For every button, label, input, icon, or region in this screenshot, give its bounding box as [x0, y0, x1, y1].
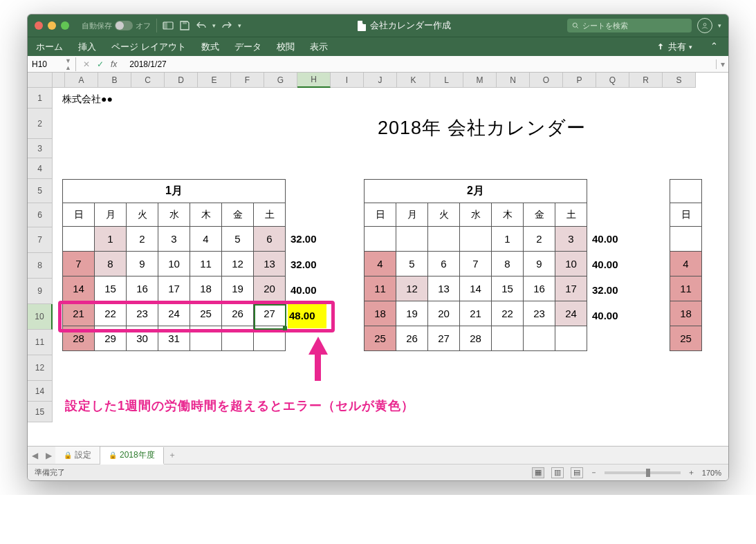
calendar-cell[interactable]: 23: [524, 301, 555, 326]
tab-formulas[interactable]: 数式: [201, 41, 219, 53]
calendar-cell[interactable]: 10: [158, 252, 190, 276]
ribbon-collapse-icon[interactable]: ⌃: [708, 41, 720, 53]
col-header[interactable]: E: [198, 73, 231, 88]
calendar-cell[interactable]: 3: [555, 227, 587, 252]
row-header[interactable]: 15: [28, 402, 53, 422]
calendar-cell[interactable]: 20: [254, 276, 286, 301]
formula-input[interactable]: 2018/1/27: [124, 59, 172, 69]
col-header[interactable]: R: [629, 73, 663, 88]
tab-nav-next[interactable]: ▶: [42, 451, 55, 460]
calendar-cell[interactable]: 16: [127, 276, 158, 301]
tab-view[interactable]: 表示: [310, 41, 328, 53]
calendar-cell[interactable]: 8: [95, 252, 127, 276]
undo-icon[interactable]: [196, 20, 207, 31]
calendar-cell[interactable]: 21: [460, 301, 492, 326]
col-header[interactable]: H: [297, 73, 331, 88]
calendar-cell[interactable]: 18: [670, 301, 702, 326]
calendar-cell[interactable]: 25: [365, 326, 396, 351]
col-header[interactable]: A: [65, 73, 98, 88]
save-icon[interactable]: [179, 20, 190, 31]
view-break-icon[interactable]: ▤: [571, 467, 583, 478]
calendar-cell[interactable]: 11: [670, 276, 702, 301]
calendar-cell[interactable]: 18: [190, 276, 222, 301]
tab-page-layout[interactable]: ページ レイアウト: [111, 41, 186, 53]
tab-nav-prev[interactable]: ◀: [28, 451, 42, 460]
row-header[interactable]: 8: [28, 253, 53, 279]
calendar-cell[interactable]: 13: [428, 276, 460, 301]
autosave-toggle[interactable]: 自動保存 オフ: [82, 21, 151, 31]
row-header[interactable]: 6: [28, 203, 53, 227]
calendar-cell[interactable]: 2: [127, 227, 158, 252]
calendar-cell[interactable]: 5: [222, 227, 254, 252]
cancel-icon[interactable]: ✕: [83, 59, 90, 69]
calendar-cell[interactable]: 1: [492, 227, 524, 252]
row-header[interactable]: 3: [28, 139, 53, 158]
sheet-tab-2018[interactable]: 🔒2018年度: [100, 447, 164, 465]
tab-insert[interactable]: 挿入: [78, 41, 96, 53]
worksheet[interactable]: ABCDEFGHIJKLMNOPQRS 1234567891011121415 …: [28, 73, 728, 446]
col-header[interactable]: B: [98, 73, 131, 88]
calendar-cell[interactable]: 3: [158, 227, 190, 252]
calendar-cell[interactable]: 27: [428, 326, 460, 351]
calendar-cell[interactable]: 20: [428, 301, 460, 326]
chevron-down-icon[interactable]: ▼▲: [65, 57, 71, 71]
search-input[interactable]: シートを検索: [567, 19, 692, 32]
calendar-cell[interactable]: 6: [254, 227, 286, 252]
calendar-cell[interactable]: 16: [524, 276, 555, 301]
workbook-icon[interactable]: [163, 20, 174, 31]
calendar-cell[interactable]: 22: [492, 301, 524, 326]
row-header[interactable]: 1: [28, 88, 53, 109]
calendar-cell[interactable]: 14: [460, 276, 492, 301]
calendar-cell[interactable]: 9: [524, 252, 555, 276]
calendar-cell[interactable]: 11: [190, 252, 222, 276]
tab-data[interactable]: データ: [234, 41, 261, 53]
col-header[interactable]: G: [264, 73, 297, 88]
col-header[interactable]: Q: [596, 73, 629, 88]
view-normal-icon[interactable]: ▦: [532, 467, 544, 478]
calendar-cell[interactable]: 19: [396, 301, 428, 326]
row-header[interactable]: 10: [28, 304, 53, 330]
calendar-cell[interactable]: 17: [158, 276, 190, 301]
close-icon[interactable]: [35, 21, 43, 30]
calendar-cell[interactable]: 10: [555, 252, 587, 276]
col-header[interactable]: S: [663, 73, 696, 88]
calendar-cell[interactable]: 15: [95, 276, 127, 301]
fx-icon[interactable]: fx: [111, 59, 117, 69]
tab-home[interactable]: ホーム: [36, 41, 63, 53]
calendar-cell[interactable]: 7: [63, 252, 95, 276]
cells-area[interactable]: 株式会社●● 2018年 会社カレンダー 1月日月火水木金土1234567891…: [53, 88, 728, 446]
col-header[interactable]: I: [331, 73, 364, 88]
redo-icon[interactable]: [221, 20, 232, 31]
calendar-cell[interactable]: [524, 326, 555, 351]
calendar-cell[interactable]: 4: [670, 252, 702, 276]
calendar-cell[interactable]: 8: [492, 252, 524, 276]
calendar-cell[interactable]: 5: [396, 252, 428, 276]
calendar-cell[interactable]: [492, 326, 524, 351]
calendar-cell[interactable]: [63, 227, 95, 252]
col-header[interactable]: L: [430, 73, 463, 88]
row-header[interactable]: 12: [28, 355, 53, 381]
col-header[interactable]: O: [530, 73, 563, 88]
zoom-slider[interactable]: [605, 471, 681, 474]
calendar-cell[interactable]: [428, 227, 460, 252]
col-header[interactable]: D: [165, 73, 198, 88]
row-header[interactable]: 4: [28, 158, 53, 179]
calendar-cell[interactable]: 17: [555, 276, 587, 301]
calendar-cell[interactable]: 28: [460, 326, 492, 351]
calendar-cell[interactable]: 2: [524, 227, 555, 252]
toggle-icon[interactable]: [115, 21, 133, 30]
expand-formula-icon[interactable]: ▾: [716, 59, 728, 69]
calendar-cell[interactable]: 26: [396, 326, 428, 351]
calendar-cell[interactable]: 12: [222, 252, 254, 276]
col-header[interactable]: C: [131, 73, 165, 88]
sheet-tab-settings[interactable]: 🔒設定: [55, 447, 100, 464]
name-box[interactable]: H10 ▼▲: [28, 57, 76, 71]
calendar-cell[interactable]: 4: [365, 252, 396, 276]
calendar-cell[interactable]: 18: [365, 301, 396, 326]
calendar-cell[interactable]: 25: [670, 326, 702, 351]
zoom-in-button[interactable]: ＋: [688, 467, 695, 478]
col-header[interactable]: M: [463, 73, 497, 88]
minimize-icon[interactable]: [48, 21, 56, 30]
calendar-cell[interactable]: [396, 227, 428, 252]
calendar-cell[interactable]: 24: [555, 301, 587, 326]
